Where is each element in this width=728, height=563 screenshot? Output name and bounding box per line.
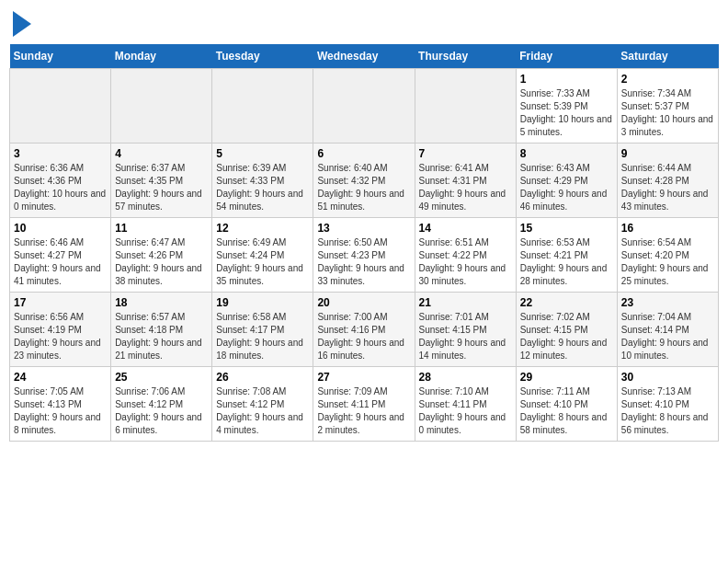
col-wednesday: Wednesday bbox=[313, 44, 415, 69]
table-row: 11Sunrise: 6:47 AMSunset: 4:26 PMDayligh… bbox=[111, 218, 212, 293]
table-row: 28Sunrise: 7:10 AMSunset: 4:11 PMDayligh… bbox=[415, 367, 516, 442]
table-row: 9Sunrise: 6:44 AMSunset: 4:28 PMDaylight… bbox=[617, 144, 718, 218]
col-thursday: Thursday bbox=[415, 44, 516, 69]
col-saturday: Saturday bbox=[617, 44, 718, 69]
day-number: 6 bbox=[317, 147, 410, 160]
day-number: 28 bbox=[419, 371, 512, 384]
table-row: 7Sunrise: 6:41 AMSunset: 4:31 PMDaylight… bbox=[415, 144, 516, 218]
table-row: 13Sunrise: 6:50 AMSunset: 4:23 PMDayligh… bbox=[313, 218, 415, 293]
day-number: 16 bbox=[621, 222, 714, 235]
day-number: 14 bbox=[419, 222, 512, 235]
day-number: 27 bbox=[317, 371, 410, 384]
page-header bbox=[9, 9, 719, 37]
table-row: 10Sunrise: 6:46 AMSunset: 4:27 PMDayligh… bbox=[10, 218, 111, 293]
logo-arrow-icon bbox=[13, 11, 31, 37]
day-info: Sunrise: 6:58 AMSunset: 4:17 PMDaylight:… bbox=[216, 311, 309, 362]
day-info: Sunrise: 6:49 AMSunset: 4:24 PMDaylight:… bbox=[216, 236, 309, 288]
day-number: 2 bbox=[621, 73, 714, 86]
day-info: Sunrise: 6:53 AMSunset: 4:21 PMDaylight:… bbox=[520, 236, 613, 288]
table-row: 21Sunrise: 7:01 AMSunset: 4:15 PMDayligh… bbox=[415, 293, 516, 367]
day-number: 9 bbox=[621, 147, 714, 160]
table-row: 23Sunrise: 7:04 AMSunset: 4:14 PMDayligh… bbox=[617, 293, 718, 367]
table-row: 4Sunrise: 6:37 AMSunset: 4:35 PMDaylight… bbox=[111, 144, 212, 218]
table-row: 5Sunrise: 6:39 AMSunset: 4:33 PMDaylight… bbox=[212, 144, 313, 218]
day-number: 19 bbox=[216, 296, 309, 309]
day-number: 11 bbox=[115, 222, 208, 235]
day-info: Sunrise: 6:47 AMSunset: 4:26 PMDaylight:… bbox=[115, 236, 208, 288]
table-row bbox=[10, 69, 111, 144]
table-row: 24Sunrise: 7:05 AMSunset: 4:13 PMDayligh… bbox=[10, 367, 111, 442]
day-number: 30 bbox=[621, 371, 714, 384]
table-row bbox=[111, 69, 212, 144]
day-info: Sunrise: 7:10 AMSunset: 4:11 PMDaylight:… bbox=[419, 385, 512, 437]
day-number: 22 bbox=[520, 296, 613, 309]
table-row: 30Sunrise: 7:13 AMSunset: 4:10 PMDayligh… bbox=[617, 367, 718, 442]
col-tuesday: Tuesday bbox=[212, 44, 313, 69]
day-number: 20 bbox=[317, 296, 410, 309]
col-sunday: Sunday bbox=[10, 44, 111, 69]
day-info: Sunrise: 7:06 AMSunset: 4:12 PMDaylight:… bbox=[115, 385, 208, 437]
day-number: 29 bbox=[520, 371, 613, 384]
day-info: Sunrise: 6:57 AMSunset: 4:18 PMDaylight:… bbox=[115, 311, 208, 362]
day-info: Sunrise: 6:37 AMSunset: 4:35 PMDaylight:… bbox=[115, 162, 208, 213]
day-info: Sunrise: 6:36 AMSunset: 4:36 PMDaylight:… bbox=[14, 162, 107, 213]
day-number: 4 bbox=[115, 147, 208, 160]
day-info: Sunrise: 6:40 AMSunset: 4:32 PMDaylight:… bbox=[317, 162, 410, 213]
day-info: Sunrise: 7:05 AMSunset: 4:13 PMDaylight:… bbox=[14, 385, 107, 437]
day-number: 21 bbox=[419, 296, 512, 309]
day-number: 10 bbox=[14, 222, 107, 235]
day-number: 3 bbox=[14, 147, 107, 160]
table-row bbox=[313, 69, 415, 144]
table-row: 16Sunrise: 6:54 AMSunset: 4:20 PMDayligh… bbox=[617, 218, 718, 293]
col-friday: Friday bbox=[516, 44, 617, 69]
day-info: Sunrise: 7:00 AMSunset: 4:16 PMDaylight:… bbox=[317, 311, 410, 362]
table-row: 17Sunrise: 6:56 AMSunset: 4:19 PMDayligh… bbox=[10, 293, 111, 367]
day-info: Sunrise: 7:02 AMSunset: 4:15 PMDaylight:… bbox=[520, 311, 613, 362]
day-number: 25 bbox=[115, 371, 208, 384]
table-row: 20Sunrise: 7:00 AMSunset: 4:16 PMDayligh… bbox=[313, 293, 415, 367]
day-info: Sunrise: 6:41 AMSunset: 4:31 PMDaylight:… bbox=[419, 162, 512, 213]
day-info: Sunrise: 7:33 AMSunset: 5:39 PMDaylight:… bbox=[520, 87, 613, 139]
day-number: 13 bbox=[317, 222, 410, 235]
day-info: Sunrise: 7:01 AMSunset: 4:15 PMDaylight:… bbox=[419, 311, 512, 362]
table-row: 12Sunrise: 6:49 AMSunset: 4:24 PMDayligh… bbox=[212, 218, 313, 293]
table-row bbox=[415, 69, 516, 144]
table-row: 25Sunrise: 7:06 AMSunset: 4:12 PMDayligh… bbox=[111, 367, 212, 442]
day-number: 5 bbox=[216, 147, 309, 160]
table-row: 22Sunrise: 7:02 AMSunset: 4:15 PMDayligh… bbox=[516, 293, 617, 367]
calendar-body: 1Sunrise: 7:33 AMSunset: 5:39 PMDaylight… bbox=[10, 69, 719, 442]
day-number: 17 bbox=[14, 296, 107, 309]
day-number: 8 bbox=[520, 147, 613, 160]
day-number: 15 bbox=[520, 222, 613, 235]
day-number: 7 bbox=[419, 147, 512, 160]
table-row: 6Sunrise: 6:40 AMSunset: 4:32 PMDaylight… bbox=[313, 144, 415, 218]
col-monday: Monday bbox=[111, 44, 212, 69]
day-info: Sunrise: 7:13 AMSunset: 4:10 PMDaylight:… bbox=[621, 385, 714, 437]
day-info: Sunrise: 6:56 AMSunset: 4:19 PMDaylight:… bbox=[14, 311, 107, 362]
calendar-header: Sunday Monday Tuesday Wednesday Thursday… bbox=[10, 44, 719, 69]
day-number: 18 bbox=[115, 296, 208, 309]
table-row: 26Sunrise: 7:08 AMSunset: 4:12 PMDayligh… bbox=[212, 367, 313, 442]
table-row: 19Sunrise: 6:58 AMSunset: 4:17 PMDayligh… bbox=[212, 293, 313, 367]
table-row: 2Sunrise: 7:34 AMSunset: 5:37 PMDaylight… bbox=[617, 69, 718, 144]
day-info: Sunrise: 7:09 AMSunset: 4:11 PMDaylight:… bbox=[317, 385, 410, 437]
table-row: 27Sunrise: 7:09 AMSunset: 4:11 PMDayligh… bbox=[313, 367, 415, 442]
table-row: 3Sunrise: 6:36 AMSunset: 4:36 PMDaylight… bbox=[10, 144, 111, 218]
table-row: 18Sunrise: 6:57 AMSunset: 4:18 PMDayligh… bbox=[111, 293, 212, 367]
table-row: 15Sunrise: 6:53 AMSunset: 4:21 PMDayligh… bbox=[516, 218, 617, 293]
table-row: 8Sunrise: 6:43 AMSunset: 4:29 PMDaylight… bbox=[516, 144, 617, 218]
day-info: Sunrise: 6:46 AMSunset: 4:27 PMDaylight:… bbox=[14, 236, 107, 288]
day-number: 24 bbox=[14, 371, 107, 384]
day-info: Sunrise: 6:50 AMSunset: 4:23 PMDaylight:… bbox=[317, 236, 410, 288]
day-number: 26 bbox=[216, 371, 309, 384]
table-row: 1Sunrise: 7:33 AMSunset: 5:39 PMDaylight… bbox=[516, 69, 617, 144]
table-row: 14Sunrise: 6:51 AMSunset: 4:22 PMDayligh… bbox=[415, 218, 516, 293]
logo bbox=[9, 9, 31, 37]
day-number: 1 bbox=[520, 73, 613, 86]
table-row: 29Sunrise: 7:11 AMSunset: 4:10 PMDayligh… bbox=[516, 367, 617, 442]
day-number: 23 bbox=[621, 296, 714, 309]
day-info: Sunrise: 7:04 AMSunset: 4:14 PMDaylight:… bbox=[621, 311, 714, 362]
day-info: Sunrise: 6:43 AMSunset: 4:29 PMDaylight:… bbox=[520, 162, 613, 213]
table-row bbox=[212, 69, 313, 144]
day-info: Sunrise: 6:51 AMSunset: 4:22 PMDaylight:… bbox=[419, 236, 512, 288]
